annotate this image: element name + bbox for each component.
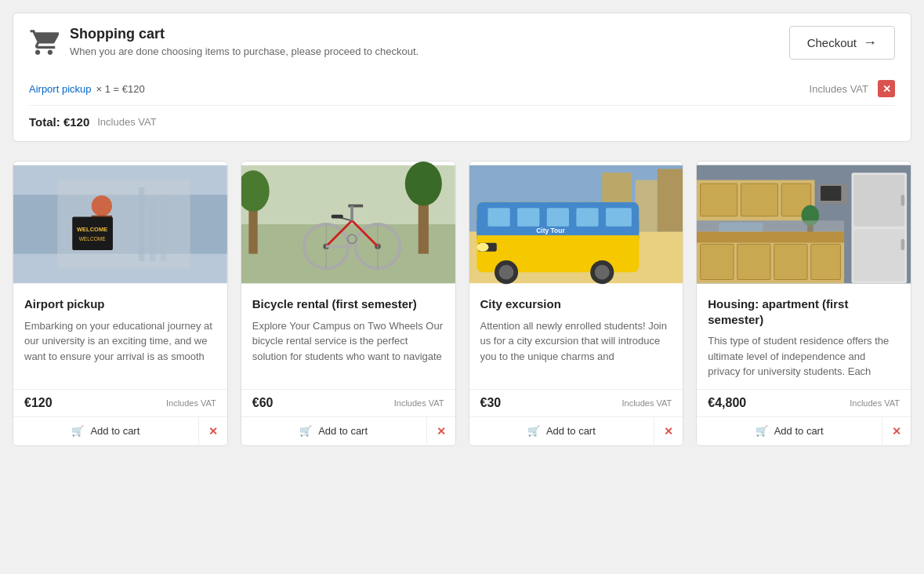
add-to-cart-button-city-excursion[interactable]: 🛒 Add to cart <box>469 417 655 445</box>
product-card-airport-pickup: WELCOME WELCOME Airport pickup Embarking… <box>13 161 228 446</box>
product-actions-bicycle-rental: 🛒 Add to cart ✕ <box>241 416 455 445</box>
svg-rect-53 <box>476 235 639 242</box>
product-desc-city-excursion: Attention all newly enrolled students! J… <box>480 318 672 380</box>
add-to-cart-button-bicycle-rental[interactable]: 🛒 Add to cart <box>241 417 427 445</box>
product-body-housing-apartment: Housing: apartment (first semester) This… <box>697 287 911 389</box>
svg-rect-44 <box>546 208 568 227</box>
svg-rect-42 <box>487 208 509 227</box>
product-desc-airport-pickup: Embarking on your educational journey at… <box>24 318 216 380</box>
product-body-airport-pickup: Airport pickup Embarking on your educati… <box>13 287 227 389</box>
svg-rect-38 <box>657 169 683 231</box>
add-to-cart-label-airport-pickup: Add to cart <box>90 425 140 437</box>
cart-title: Shopping cart <box>70 26 419 42</box>
add-to-cart-label-city-excursion: Add to cart <box>546 425 596 437</box>
product-vat-city-excursion: Includes VAT <box>621 398 672 408</box>
svg-rect-70 <box>901 194 905 205</box>
svg-text:City Tour: City Tour <box>536 227 565 234</box>
checkout-label: Checkout <box>807 36 857 49</box>
remove-product-button-airport-pickup[interactable]: ✕ <box>199 417 227 445</box>
shopping-cart: Shopping cart When you are done choosing… <box>13 13 911 142</box>
svg-text:WELCOME: WELCOME <box>79 236 107 242</box>
product-price-airport-pickup: €120 <box>24 396 53 410</box>
cart-item-name[interactable]: Airport pickup <box>29 83 91 95</box>
svg-rect-8 <box>139 187 145 261</box>
cart-small-icon-2: 🛒 <box>299 425 312 437</box>
svg-rect-60 <box>737 244 770 279</box>
product-price-city-excursion: €30 <box>480 396 502 410</box>
cart-icon <box>29 27 59 60</box>
svg-rect-45 <box>576 208 598 227</box>
product-footer-bicycle-rental: €60 Includes VAT <box>241 389 455 416</box>
cart-small-icon-3: 🛒 <box>527 425 540 437</box>
cart-small-icon-4: 🛒 <box>756 425 768 437</box>
svg-rect-43 <box>517 208 539 227</box>
add-to-cart-button-housing-apartment[interactable]: 🛒 Add to cart <box>697 417 882 445</box>
product-image-housing-apartment <box>697 162 911 287</box>
remove-product-icon-city-excursion: ✕ <box>664 425 673 438</box>
svg-rect-62 <box>811 244 841 279</box>
product-image-bicycle-rental <box>241 162 455 287</box>
remove-cart-item-button[interactable]: ✕ <box>878 80 895 97</box>
product-footer-housing-apartment: €4,800 Includes VAT <box>697 389 911 416</box>
product-title-city-excursion: City excursion <box>480 296 672 312</box>
checkout-button[interactable]: Checkout → <box>789 26 895 60</box>
svg-point-52 <box>476 243 488 252</box>
product-card-city-excursion: City Tour City excursion Attention all n… <box>469 161 684 446</box>
svg-rect-61 <box>774 244 807 279</box>
product-price-bicycle-rental: €60 <box>252 396 274 410</box>
remove-product-button-housing-apartment[interactable]: ✕ <box>882 417 911 445</box>
cart-total-label: Total: €120 <box>29 115 89 129</box>
svg-rect-27 <box>331 215 342 219</box>
remove-icon: ✕ <box>882 83 891 95</box>
svg-rect-64 <box>701 183 737 216</box>
product-title-housing-apartment: Housing: apartment (first semester) <box>708 296 900 327</box>
svg-text:WELCOME: WELCOME <box>77 226 107 233</box>
product-footer-city-excursion: €30 Includes VAT <box>469 389 683 416</box>
svg-point-50 <box>594 265 609 280</box>
product-vat-airport-pickup: Includes VAT <box>166 398 216 408</box>
product-actions-city-excursion: 🛒 Add to cart ✕ <box>469 416 683 445</box>
checkout-arrow-icon: → <box>863 35 877 51</box>
cart-small-icon: 🛒 <box>71 425 84 437</box>
cart-total-vat: Includes VAT <box>97 116 156 128</box>
product-vat-housing-apartment: Includes VAT <box>850 398 900 408</box>
product-actions-housing-apartment: 🛒 Add to cart ✕ <box>697 416 911 445</box>
add-to-cart-button-airport-pickup[interactable]: 🛒 Add to cart <box>13 417 199 445</box>
add-to-cart-label-housing-apartment: Add to cart <box>774 425 824 437</box>
product-desc-bicycle-rental: Explore Your Campus on Two Wheels Our bi… <box>252 318 444 380</box>
cart-item-row: Airport pickup × 1 = €120 Includes VAT ✕ <box>29 72 895 106</box>
svg-rect-69 <box>854 230 905 282</box>
svg-rect-33 <box>350 205 353 220</box>
svg-rect-73 <box>821 186 841 201</box>
add-to-cart-label-bicycle-rental: Add to cart <box>318 425 368 437</box>
svg-point-16 <box>405 162 442 205</box>
remove-product-icon-airport-pickup: ✕ <box>208 425 218 438</box>
product-price-housing-apartment: €4,800 <box>708 396 746 410</box>
svg-rect-46 <box>605 208 631 227</box>
remove-product-icon-bicycle-rental: ✕ <box>437 425 446 438</box>
svg-rect-58 <box>697 231 844 242</box>
remove-product-button-city-excursion[interactable]: ✕ <box>654 417 683 445</box>
svg-point-48 <box>498 265 513 280</box>
product-desc-housing-apartment: This type of student residence offers th… <box>708 333 900 380</box>
svg-rect-71 <box>901 239 905 250</box>
svg-point-3 <box>92 195 112 216</box>
svg-rect-10 <box>161 194 167 261</box>
svg-rect-9 <box>150 202 156 261</box>
product-body-city-excursion: City excursion Attention all newly enrol… <box>469 287 683 389</box>
product-body-bicycle-rental: Bicycle rental (first semester) Explore … <box>241 287 455 389</box>
svg-rect-68 <box>854 175 905 227</box>
svg-rect-5 <box>72 217 113 250</box>
remove-product-button-bicycle-rental[interactable]: ✕ <box>427 417 455 445</box>
svg-rect-77 <box>697 220 844 231</box>
cart-item-quantity: × 1 = €120 <box>96 83 144 95</box>
products-grid: WELCOME WELCOME Airport pickup Embarking… <box>13 161 911 446</box>
svg-rect-59 <box>701 244 734 279</box>
product-card-housing-apartment: Housing: apartment (first semester) This… <box>696 161 911 446</box>
cart-total-row: Total: €120 Includes VAT <box>29 106 895 129</box>
product-card-bicycle-rental: Bicycle rental (first semester) Explore … <box>241 161 456 446</box>
svg-rect-65 <box>741 183 778 216</box>
remove-product-icon-housing-apartment: ✕ <box>892 425 901 438</box>
product-title-bicycle-rental: Bicycle rental (first semester) <box>252 296 444 312</box>
cart-item-vat: Includes VAT <box>810 83 868 95</box>
